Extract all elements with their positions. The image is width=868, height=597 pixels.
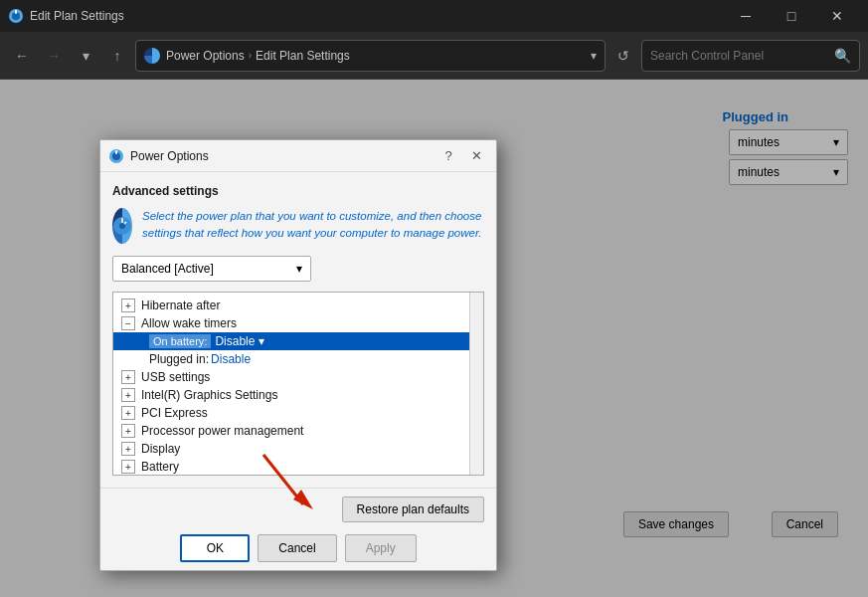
app-icon (8, 8, 24, 24)
tree-item-pci[interactable]: + PCI Express (113, 404, 483, 422)
restore-defaults-button[interactable]: Restore plan defaults (342, 497, 484, 522)
dialog-close-button[interactable]: ✕ (464, 144, 488, 168)
address-bar[interactable]: Power Options › Edit Plan Settings ▾ (135, 40, 606, 72)
svg-rect-5 (115, 150, 117, 154)
expand-icon-display[interactable]: + (121, 442, 135, 456)
tree-label-processor: Processor power management (141, 424, 303, 438)
expand-icon-wake[interactable]: − (121, 316, 135, 330)
svg-point-7 (119, 223, 125, 229)
minimize-button[interactable]: ─ (723, 0, 769, 32)
address-text: Power Options › Edit Plan Settings (166, 49, 350, 63)
back-button[interactable]: ← (8, 42, 36, 70)
tree-item-usb[interactable]: + USB settings (113, 368, 483, 386)
expand-icon-battery[interactable]: + (121, 460, 135, 474)
dialog-titlebar: Power Options ? ✕ (100, 140, 496, 172)
expand-icon-hibernate[interactable]: + (121, 298, 135, 312)
plan-info: Select the power plan that you want to c… (112, 208, 484, 244)
battery-dropdown-arrow: ▾ (259, 334, 264, 348)
tree-label-hibernate: Hibernate after (141, 298, 220, 312)
window-title: Edit Plan Settings (30, 9, 723, 23)
titlebar: Edit Plan Settings ─ □ ✕ (0, 0, 868, 32)
battery-label: On battery: (149, 334, 211, 348)
tree-label-battery: Battery (141, 460, 179, 474)
dialog-icon (108, 148, 124, 164)
ok-button[interactable]: OK (180, 534, 250, 562)
plugged-label: Plugged in: (149, 352, 209, 366)
tree-item-hibernate[interactable]: + Hibernate after (113, 297, 483, 314)
apply-button[interactable]: Apply (345, 534, 417, 562)
refresh-button[interactable]: ↺ (609, 42, 637, 70)
search-icon: 🔍 (834, 48, 851, 64)
tree-label-usb: USB settings (141, 370, 210, 384)
address-part1: Power Options (166, 49, 245, 63)
forward-button[interactable]: → (40, 42, 68, 70)
plugged-value: Disable (211, 352, 251, 366)
battery-value: Disable (215, 334, 255, 348)
address-dropdown-chevron[interactable]: ▾ (591, 49, 597, 63)
tree-item-plugged[interactable]: Plugged in: Disable (113, 350, 483, 368)
tree-scrollbar[interactable] (469, 293, 483, 475)
advanced-settings-label: Advanced settings (112, 184, 484, 198)
dialog-title: Power Options (130, 149, 436, 163)
dialog-action-buttons: OK Cancel Apply (112, 530, 484, 562)
close-button[interactable]: ✕ (814, 0, 860, 32)
window-controls: ─ □ ✕ (723, 0, 860, 32)
tree-label-wake: Allow wake timers (141, 316, 237, 330)
expand-icon-pci[interactable]: + (121, 406, 135, 420)
search-box[interactable]: 🔍 (641, 40, 860, 72)
dialog-content: Advanced settings Select the power plan … (100, 172, 496, 488)
address-chevron: › (249, 50, 252, 61)
recent-button[interactable]: ▾ (72, 42, 99, 70)
up-button[interactable]: ↑ (103, 42, 131, 70)
tree-label-intel: Intel(R) Graphics Settings (141, 388, 277, 402)
plan-info-text: Select the power plan that you want to c… (142, 208, 484, 243)
address-icon (144, 48, 160, 64)
address-part2: Edit Plan Settings (256, 49, 350, 63)
search-input[interactable] (650, 49, 828, 63)
dialog-help-button[interactable]: ? (436, 144, 460, 168)
tree-item-intel[interactable]: + Intel(R) Graphics Settings (113, 386, 483, 404)
toolbar: ← → ▾ ↑ Power Options › Edit Plan Settin… (0, 32, 868, 80)
expand-icon-intel[interactable]: + (121, 388, 135, 402)
tree-item-processor[interactable]: + Processor power management (113, 422, 483, 440)
expand-icon-processor[interactable]: + (121, 424, 135, 438)
plan-dropdown-text: Balanced [Active] (121, 262, 214, 276)
tree-item-battery[interactable]: On battery: Disable ▾ (113, 332, 483, 350)
tree-label-pci: PCI Express (141, 406, 208, 420)
tree-item-wake[interactable]: − Allow wake timers (113, 314, 483, 332)
plan-dropdown[interactable]: Balanced [Active] ▾ (112, 256, 311, 282)
arrow-indicator (254, 445, 333, 527)
plan-dropdown-chevron: ▾ (296, 262, 302, 276)
tree-label-display: Display (141, 442, 180, 456)
maximize-button[interactable]: □ (769, 0, 814, 32)
cancel-button[interactable]: Cancel (258, 534, 336, 562)
main-content: Plugged in minutes ▾ minutes ▾ Save chan… (0, 80, 868, 597)
svg-rect-2 (15, 10, 17, 14)
expand-icon-usb[interactable]: + (121, 370, 135, 384)
dialog-titlebar-buttons: ? ✕ (436, 144, 488, 168)
svg-marker-9 (293, 490, 313, 509)
power-plan-icon (112, 208, 132, 244)
